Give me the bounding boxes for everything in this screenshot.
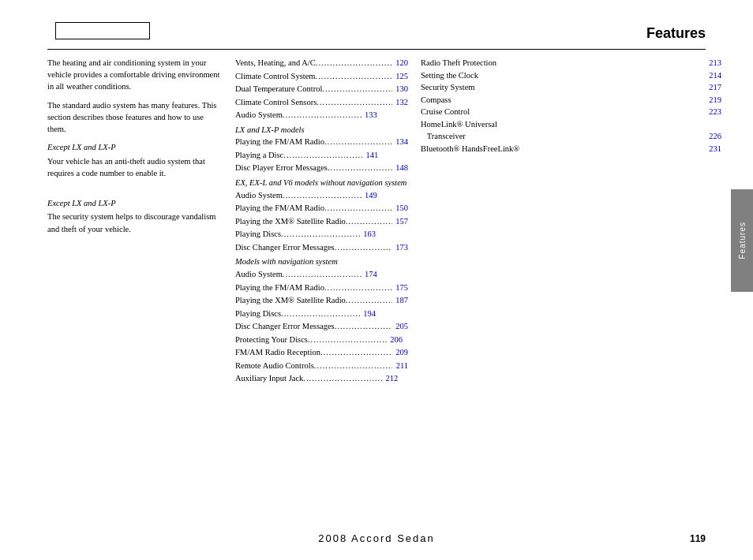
toc-entry: Audio System............................… xyxy=(235,109,408,122)
header-rule xyxy=(47,49,706,50)
left-para-1: The heating and air conditioning system … xyxy=(47,57,221,93)
left-body-2: The security system helps to discourage … xyxy=(47,211,221,234)
toc-entry: Playing Discs...........................… xyxy=(235,228,408,241)
toc-heading: Models with navigation system xyxy=(235,256,408,268)
toc-entry: HomeLink® Universal xyxy=(421,118,721,131)
toc-entry: Auxiliary Input Jack....................… xyxy=(235,372,408,386)
toc-entry: Disc Changer Error Messages.............… xyxy=(235,241,408,255)
toc-entry: Disc Player Error Messages..............… xyxy=(235,162,408,175)
main-content: The heating and air conditioning system … xyxy=(47,57,721,513)
footer-title: 2008 Accord Sedan xyxy=(318,532,434,544)
left-para-2: The standard audio system has many featu… xyxy=(47,99,221,136)
toc-entry: Bluetooth® HandsFreeLink®231 xyxy=(421,143,721,155)
left-heading-1: Except LX and LX-P xyxy=(47,141,221,153)
toc-entry: Playing the FM/AM Radio.................… xyxy=(235,136,408,149)
toc-entry: Playing the FM/AM Radio.................… xyxy=(235,202,408,215)
toc-entry: Audio System............................… xyxy=(235,268,408,282)
toc-entry: Disc Changer Error Messages.............… xyxy=(235,320,408,334)
left-column: The heating and air conditioning system … xyxy=(47,57,229,513)
toc-entry: Remote Audio Controls...................… xyxy=(235,360,408,373)
toc-heading: EX, EX-L and V6 models without navigatio… xyxy=(235,177,408,189)
side-tab: Features xyxy=(731,189,753,292)
middle-column: Vents, Heating, and A/C.................… xyxy=(229,57,414,513)
side-tab-label: Features xyxy=(738,222,747,259)
toc-entry: Protecting Your Discs...................… xyxy=(235,334,408,347)
toc-entry: Playing the FM/AM Radio.................… xyxy=(235,282,408,295)
page-number: 119 xyxy=(690,533,706,544)
toc-entry: Audio System............................… xyxy=(235,189,408,203)
toc-entry: Climate Control Sensors.................… xyxy=(235,96,408,110)
header-box xyxy=(55,22,150,39)
toc-entry: Playing the XM® Satellite Radio.........… xyxy=(235,294,408,308)
footer: 2008 Accord Sedan xyxy=(47,532,706,544)
toc-heading: LX and LX-P models xyxy=(235,124,408,136)
page-title: Features xyxy=(646,25,706,42)
toc-entry: Cruise Control223 xyxy=(421,106,721,118)
right-column: Radio Theft Protection213Setting the Clo… xyxy=(414,57,721,513)
left-body-1: Your vehicle has an anti-theft audio sys… xyxy=(47,155,221,179)
toc-entry: FM/AM Radio Reception...................… xyxy=(235,346,408,360)
toc-entry: Compass219 xyxy=(421,94,721,106)
toc-entry: Vents, Heating, and A/C.................… xyxy=(235,57,408,70)
toc-entry: Playing a Disc..........................… xyxy=(235,149,408,162)
toc-entry: Playing the XM® Satellite Radio.........… xyxy=(235,215,408,229)
toc-entry: Radio Theft Protection213 xyxy=(421,57,721,69)
toc-entry: Playing Discs...........................… xyxy=(235,308,408,321)
left-heading-2: Except LX and LX-P xyxy=(47,197,221,209)
toc-entry: Security System217 xyxy=(421,81,721,94)
toc-entry: Transceiver226 xyxy=(421,130,721,143)
toc-entry: Climate Control System..................… xyxy=(235,70,408,84)
toc-entry: Dual Temperature Control................… xyxy=(235,83,408,96)
toc-entry: Setting the Clock214 xyxy=(421,69,721,82)
page: Features Features The heating and air co… xyxy=(0,0,753,560)
